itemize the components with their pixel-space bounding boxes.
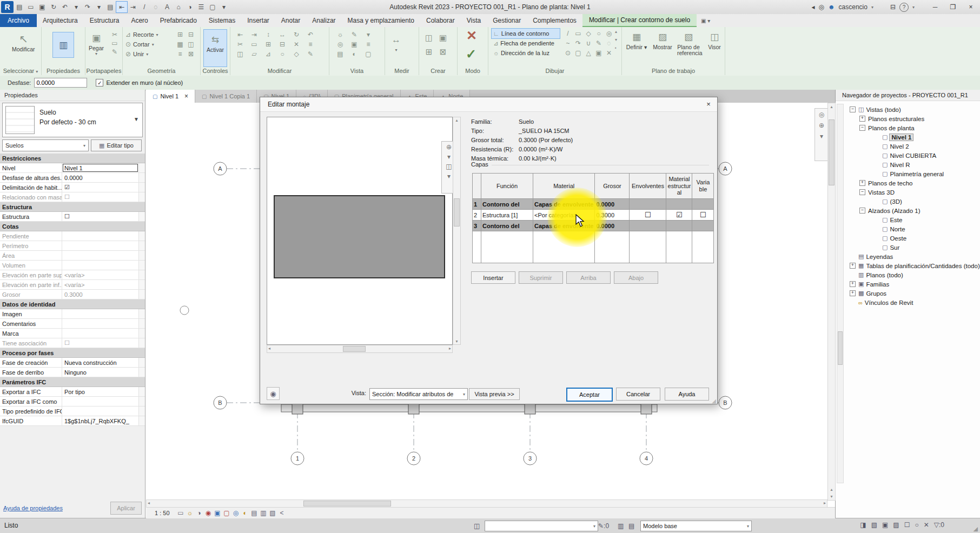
property-value[interactable] — [34, 202, 139, 211]
expand-toggle-icon[interactable]: + — [859, 116, 865, 122]
property-row[interactable]: Exportar a IFC como — [0, 397, 145, 407]
preview-help-icon[interactable]: ◉ — [267, 387, 280, 400]
panel-label-dibujar[interactable]: Dibujar — [488, 68, 621, 74]
modify-tool-icon[interactable]: ⇥ — [249, 30, 260, 39]
help-icon[interactable]: ? — [899, 3, 909, 12]
browser-scrollbar[interactable] — [837, 104, 844, 483]
col-material-estructural[interactable]: Material estructural — [666, 174, 692, 199]
layer-row[interactable]: 2 Estructura [1] <Por categoría> 0.3000 … — [473, 210, 714, 221]
property-value[interactable] — [62, 231, 138, 241]
preview-zoom-caret-icon[interactable]: ▾ — [447, 153, 451, 161]
worksharing-display-icon[interactable]: ◨ — [860, 521, 866, 529]
property-value[interactable]: Ninguno — [62, 368, 138, 377]
panel-label-vista[interactable]: Vista — [329, 68, 385, 74]
col-grosor[interactable]: Grosor — [595, 174, 630, 199]
show-rendering-icon[interactable]: ◉ — [204, 509, 213, 517]
property-value[interactable] — [48, 377, 139, 387]
tree-item[interactable]: − Vistas 3D — [844, 188, 979, 197]
dimension-icon[interactable]: ⇥ — [128, 2, 138, 12]
ribbon-tab[interactable]: Masa y emplazamiento — [342, 14, 420, 27]
draw-tool-icon[interactable]: ▣ — [594, 49, 604, 57]
property-row[interactable]: Estructura — [0, 202, 145, 212]
property-value[interactable] — [62, 309, 138, 318]
layer-thickness[interactable]: 0.0000 — [595, 199, 630, 210]
preview-scroll-down-icon[interactable]: ▾ — [453, 338, 460, 344]
property-row[interactable]: Fase de derribo Ninguno — [0, 368, 145, 377]
layer-function[interactable]: Contorno del — [481, 199, 533, 210]
view-tool-icon[interactable]: ≡ — [363, 40, 374, 49]
ribbon-tab[interactable]: Prefabricado — [154, 14, 203, 27]
panel-label-plano-trabajo[interactable]: Plano de trabajo — [622, 68, 725, 74]
properties-palette-button[interactable]: ▥ — [53, 32, 74, 57]
clipboard-small-icon[interactable]: ✎ — [109, 48, 120, 56]
type-selector[interactable]: Suelo Por defecto - 30 cm ▼ — [2, 103, 143, 137]
ribbon-tab[interactable]: Anotar — [275, 14, 306, 27]
expand-toggle-icon[interactable]: − — [859, 189, 865, 195]
modify-tool-icon[interactable]: ▱ — [249, 50, 260, 58]
select-pinned-icon[interactable]: ☐ — [904, 521, 910, 529]
view-tool-icon[interactable]: ✎ — [349, 30, 360, 39]
delete-layer-button[interactable]: Suprimir — [519, 271, 563, 284]
tree-item[interactable]: ▢ Sur — [844, 243, 979, 252]
shadows-icon[interactable]: ◑ — [195, 509, 204, 517]
property-row[interactable]: Delimitación de habit... ☑ — [0, 183, 145, 192]
tree-item[interactable]: − ◫ Vistas (todo) — [844, 105, 979, 114]
collapse-icon[interactable]: < — [277, 509, 287, 517]
property-row[interactable]: IfcGUID 1$g$1nbLj7_RqbXFKQ_ — [0, 416, 145, 426]
default-3d-view-icon[interactable]: ⌂ — [173, 2, 184, 12]
draw-tool-icon[interactable]: ○ — [594, 29, 604, 38]
modify-tool-icon[interactable]: ✕ — [291, 40, 302, 49]
show-analytical-icon[interactable]: ▥ — [259, 509, 268, 517]
desfase-input[interactable] — [34, 78, 87, 88]
revit-logo-icon[interactable]: R — [1, 1, 14, 13]
property-value[interactable] — [62, 329, 138, 338]
geometry-tool[interactable]: ⊘ Unir ▾ — [125, 49, 158, 59]
ribbon-tab[interactable]: Analizar — [306, 14, 341, 27]
ribbon-tab[interactable]: Vista — [461, 14, 487, 27]
expand-toggle-icon[interactable]: + — [850, 263, 856, 269]
modify-tool-icon[interactable]: ▭ — [249, 40, 260, 49]
view-tool-icon[interactable]: ▣ — [349, 40, 360, 49]
property-value[interactable]: Nivel 1 — [62, 163, 138, 172]
draw-tool-icon[interactable]: △ — [584, 49, 593, 57]
visual-style-icon[interactable]: ▭ — [176, 509, 186, 517]
select-links-icon[interactable]: ▨ — [893, 521, 899, 529]
insert-layer-button[interactable]: Insertar — [471, 271, 515, 284]
property-row[interactable]: Perímetro — [0, 241, 145, 251]
worksets-icon[interactable]: ◫ — [474, 522, 480, 530]
preview-scroll-left-icon[interactable]: ◂ — [268, 345, 270, 351]
modify-pulldown-icon[interactable]: ▣ ▾ — [697, 14, 714, 27]
draw-tool-icon[interactable]: ✎ — [594, 39, 604, 48]
modify-tool-icon[interactable]: ⇤ — [235, 30, 246, 39]
redo-caret-icon[interactable]: ▾ — [94, 2, 104, 12]
panel-label-medir[interactable]: Medir — [385, 68, 419, 74]
tree-item[interactable]: ▢ (3D) — [844, 197, 979, 206]
layer-function[interactable]: Contorno del — [481, 221, 533, 231]
property-row[interactable]: Área — [0, 251, 145, 261]
create-tool-icon[interactable]: ◫ — [423, 31, 434, 44]
modify-tool-icon[interactable]: ↔ — [277, 30, 288, 39]
property-row[interactable]: Tiene asociación ☐ — [0, 338, 145, 348]
col-funcion[interactable]: Función — [481, 174, 533, 199]
ribbon-tab[interactable]: Arquitectura — [37, 14, 84, 27]
scroll-right-icon[interactable]: ▸ — [824, 500, 826, 506]
tree-item[interactable]: ▥ Planos (todo) — [844, 270, 979, 279]
element-filter-combo[interactable]: Suelos▾ — [2, 139, 89, 151]
property-row[interactable]: Exportar a IFC Por tipo — [0, 387, 145, 397]
property-value[interactable] — [62, 407, 138, 416]
user-icon[interactable]: ☻ — [828, 3, 835, 11]
sketch-mode-row[interactable]: ☼ Dirección de la luz — [492, 48, 560, 58]
canvas-horizontal-scrollbar[interactable]: ◂ ▸ — [146, 499, 827, 508]
move-up-button[interactable]: Arriba — [566, 271, 611, 284]
property-value[interactable]: Nueva construcción — [62, 358, 138, 367]
save-icon[interactable]: ▣ — [37, 2, 48, 12]
layer-structural-checkbox[interactable]: ☑ — [666, 210, 692, 221]
preview-toggle-button[interactable]: Vista previa >> — [469, 388, 520, 400]
extender-checkbox[interactable]: ✓ — [96, 79, 103, 86]
modify-tool-icon[interactable]: ↶ — [305, 30, 316, 39]
reveal-constraints-icon[interactable]: ▧ — [268, 509, 277, 517]
property-row[interactable]: Volumen — [0, 261, 145, 270]
draw-tool-icon[interactable]: ▢ — [573, 49, 583, 57]
expand-toggle-icon[interactable]: − — [859, 208, 865, 214]
ribbon-tab[interactable]: Colaborar — [420, 14, 461, 27]
